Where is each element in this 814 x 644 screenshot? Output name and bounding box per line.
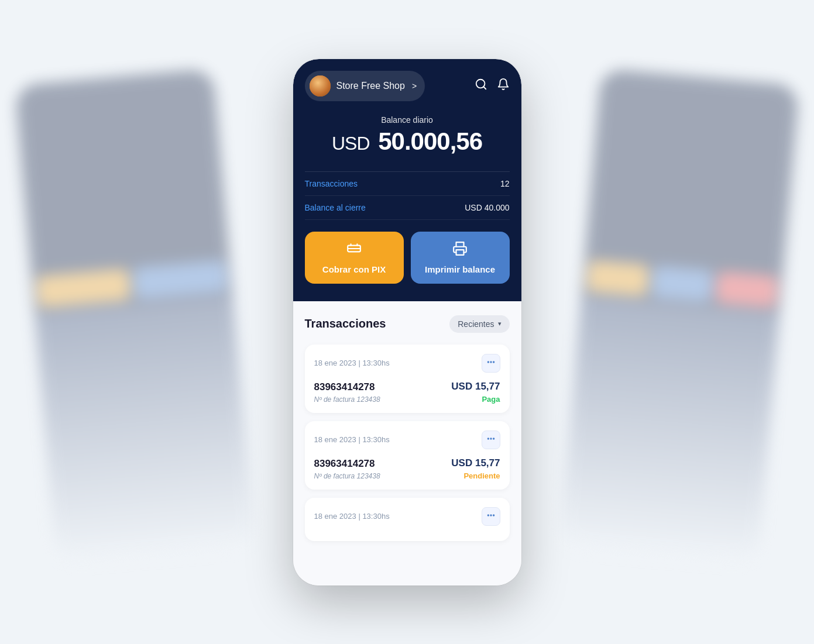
balance-value: 50.000,56 xyxy=(378,128,482,155)
card-menu-button[interactable] xyxy=(482,507,500,526)
transaction-card: 18 ene 2023 | 13:30hs xyxy=(305,498,510,541)
transactions-header: Transacciones Recientes ▾ xyxy=(305,315,510,333)
card-amount: USD 15,77 xyxy=(451,381,500,392)
balance-label: Balance diario xyxy=(305,115,510,125)
print-button[interactable]: Imprimir balance xyxy=(411,232,510,284)
card-body: 83963414278 Nº de factura 123438 USD 15,… xyxy=(314,457,500,480)
card-header: 18 ene 2023 | 13:30hs xyxy=(314,431,500,449)
card-header: 18 ene 2023 | 13:30hs xyxy=(314,354,500,373)
balance-section: Balance diario USD 50.000,56 xyxy=(305,115,510,160)
closing-balance-value: USD 40.000 xyxy=(465,203,509,212)
transactions-section: Transacciones Recientes ▾ 18 ene 2023 | … xyxy=(293,301,521,586)
pix-button-label: Cobrar con PIX xyxy=(322,264,386,274)
phone-frame: Store Free Shop > Balance diario xyxy=(293,59,521,586)
card-number: 83963414278 xyxy=(314,381,380,393)
svg-point-9 xyxy=(493,438,494,439)
pix-icon xyxy=(346,241,362,260)
card-date: 18 ene 2023 | 13:30hs xyxy=(314,359,390,367)
filter-chevron-icon: ▾ xyxy=(498,320,502,328)
filter-label: Recientes xyxy=(458,319,494,329)
store-bar: Store Free Shop > xyxy=(305,71,510,101)
card-invoice: Nº de factura 123438 xyxy=(314,395,380,404)
card-amount-section: USD 15,77 Pendiente xyxy=(451,457,500,480)
svg-line-1 xyxy=(483,87,486,89)
transactions-label: Transacciones xyxy=(305,179,358,188)
card-menu-icon xyxy=(486,357,496,369)
svg-point-7 xyxy=(487,438,489,439)
card-body: 83963414278 Nº de factura 123438 USD 15,… xyxy=(314,381,500,404)
transactions-value: 12 xyxy=(500,179,510,188)
info-rows: Transacciones 12 Balance al cierre USD 4… xyxy=(305,171,510,220)
header-icons xyxy=(475,78,510,94)
store-avatar xyxy=(310,75,331,97)
card-left: 83963414278 Nº de factura 123438 xyxy=(314,381,380,404)
card-amount: USD 15,77 xyxy=(451,457,500,469)
balance-currency: USD xyxy=(332,133,370,154)
svg-point-8 xyxy=(490,438,492,439)
svg-point-5 xyxy=(490,361,492,363)
card-header: 18 ene 2023 | 13:30hs xyxy=(314,507,500,526)
transaction-card: 18 ene 2023 | 13:30hs 83963414278 Nº de … xyxy=(305,345,510,413)
pix-button[interactable]: Cobrar con PIX xyxy=(305,232,404,284)
svg-point-11 xyxy=(490,515,492,516)
closing-balance-row: Balance al cierre USD 40.000 xyxy=(305,196,510,220)
action-buttons: Cobrar con PIX Imprimir balance xyxy=(305,232,510,284)
card-date: 18 ene 2023 | 13:30hs xyxy=(314,512,390,521)
card-number: 83963414278 xyxy=(314,458,380,470)
transactions-row: Transacciones 12 xyxy=(305,172,510,196)
store-selector[interactable]: Store Free Shop > xyxy=(305,71,425,101)
bell-icon[interactable] xyxy=(497,78,510,94)
print-button-label: Imprimir balance xyxy=(425,264,495,274)
svg-rect-3 xyxy=(456,250,464,255)
card-invoice: Nº de factura 123438 xyxy=(314,472,380,480)
phone-header: Store Free Shop > Balance diario xyxy=(293,59,521,301)
svg-point-6 xyxy=(493,361,494,363)
filter-pill[interactable]: Recientes ▾ xyxy=(449,315,509,333)
card-menu-icon xyxy=(486,511,496,522)
svg-point-12 xyxy=(493,515,494,516)
card-menu-icon xyxy=(486,434,496,445)
card-menu-button[interactable] xyxy=(482,431,500,449)
store-name: Store Free Shop xyxy=(336,81,405,91)
closing-balance-label: Balance al cierre xyxy=(305,203,366,212)
card-menu-button[interactable] xyxy=(482,354,500,373)
card-date: 18 ene 2023 | 13:30hs xyxy=(314,435,390,444)
status-badge: Pendiente xyxy=(451,471,500,480)
store-chevron-icon: > xyxy=(412,81,417,91)
card-amount-section: USD 15,77 Paga xyxy=(451,381,500,404)
balance-amount: USD 50.000,56 xyxy=(305,128,510,155)
card-left: 83963414278 Nº de factura 123438 xyxy=(314,458,380,480)
svg-point-4 xyxy=(487,361,489,363)
transactions-title: Transacciones xyxy=(305,317,386,330)
transaction-card: 18 ene 2023 | 13:30hs 83963414278 Nº de … xyxy=(305,421,510,490)
status-badge: Paga xyxy=(451,395,500,404)
svg-point-10 xyxy=(487,515,489,516)
search-icon[interactable] xyxy=(475,78,487,94)
print-icon xyxy=(452,241,468,260)
